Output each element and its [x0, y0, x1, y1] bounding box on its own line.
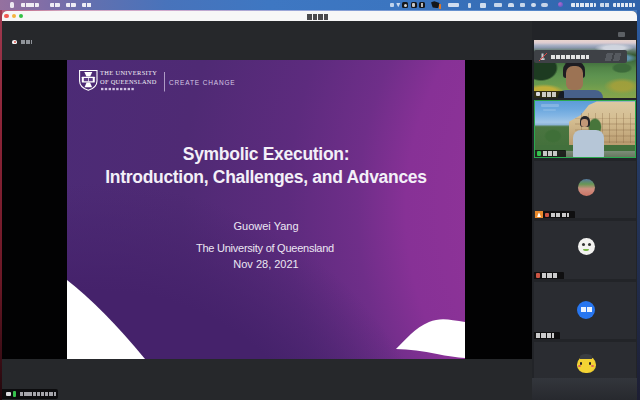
- svg-text:CREATE CHANGE: CREATE CHANGE: [169, 79, 236, 86]
- svg-text:THE UNIVERSITY: THE UNIVERSITY: [100, 69, 157, 76]
- svg-text:OF QUEENSLAND: OF QUEENSLAND: [100, 78, 157, 85]
